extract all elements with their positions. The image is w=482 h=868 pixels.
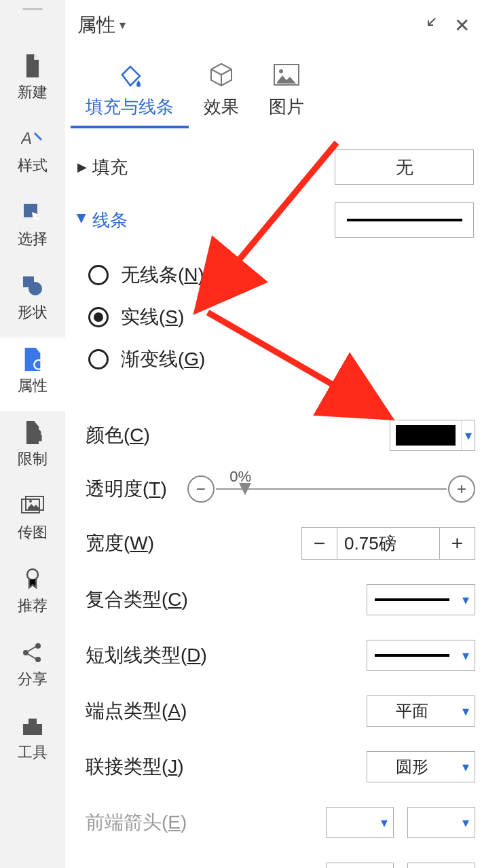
radio-icon [88,349,109,369]
tab-bar: 填充与线条 效果 图片 [65,58,482,129]
sidebar-label: 形状 [18,302,48,323]
line-sample-dropdown[interactable] [335,202,474,238]
sidebar-item-tools[interactable]: 工具 [0,704,65,778]
svg-point-3 [29,282,42,295]
panel-title-text: 属性 [77,12,115,38]
svg-text:A: A [21,129,32,147]
left-sidebar: 新建 A 样式 选择 形状 属性 限制 传图 [0,0,65,868]
svg-point-11 [35,643,41,649]
transparency-label: 透明度(T) [86,476,167,502]
caret-down-icon: ▾ [457,703,475,719]
radio-gradient-line[interactable]: 渐变线(G) [88,338,482,380]
sidebar-item-properties[interactable]: 属性 [0,338,65,411]
tab-label: 填充与线条 [86,95,174,119]
radio-solid-line[interactable]: 实线(S) [88,296,482,338]
prop-arrow-begin-row: 前端箭头(E) ▾ ▾ [86,795,475,850]
line-section-label: 线条 [92,209,128,232]
cube-icon [208,58,234,91]
dash-type-dropdown[interactable]: ▾ [367,640,475,671]
sidebar-label: 样式 [18,156,48,176]
sidebar-item-upload[interactable]: 传图 [0,484,65,558]
arrow-begin-size-dropdown[interactable]: ▾ [407,807,475,838]
sidebar-label: 新建 [18,82,48,103]
sidebar-item-shape[interactable]: 形状 [0,264,65,338]
close-icon[interactable]: ✕ [454,14,470,37]
line-sample-swatch [375,654,449,657]
sidebar-label: 工具 [18,742,48,763]
width-label: 宽度(W) [86,530,154,556]
arrow-end-size-dropdown[interactable]: ▾ [407,863,475,868]
prop-cap-row: 端点类型(A) 平面 ▾ [86,683,475,739]
sidebar-item-limit[interactable]: 限制 [0,411,65,484]
caret-down-icon: ▾ [457,647,475,664]
cap-label: 端点类型(A) [86,698,187,724]
stepper-decrease-button[interactable]: − [302,528,337,559]
sidebar-item-select[interactable]: 选择 [0,191,65,264]
tab-effects[interactable]: 效果 [189,58,254,128]
fill-value-dropdown[interactable]: 无 [335,149,474,185]
fill-section-toggle[interactable]: ▶ 填充 [77,156,128,179]
cap-type-dropdown[interactable]: 平面 ▾ [367,695,475,727]
fill-section-row: ▶ 填充 无 [65,129,482,185]
sidebar-label: 传图 [18,522,48,543]
caret-down-icon: ▾ [461,420,475,450]
sidebar-drag-handle[interactable] [22,8,43,10]
limit-icon [19,420,46,445]
fill-value-text: 无 [396,156,413,179]
prop-transparency-row: 透明度(T) − 0% + [86,463,475,515]
line-sample-swatch [347,219,462,221]
shape-icon [19,274,46,298]
radio-no-line[interactable]: 无线条(N) [88,254,482,296]
line-section-row: ▶ 线条 [65,185,482,238]
slider-decrease-button[interactable]: − [187,475,215,503]
select-icon [19,200,46,225]
svg-rect-13 [23,724,42,735]
radio-label: 无线条(N) [121,262,204,288]
svg-point-16 [279,69,283,73]
tab-label: 图片 [269,95,304,119]
arrow-begin-style-dropdown[interactable]: ▾ [326,807,394,838]
compound-type-dropdown[interactable]: ▾ [367,584,475,615]
arrow-end-style-dropdown[interactable]: ▾ [326,863,394,868]
new-file-icon [19,54,46,78]
sidebar-label: 属性 [18,376,48,396]
tab-fill-line[interactable]: 填充与线条 [71,58,189,128]
radio-label: 渐变线(G) [121,346,205,372]
panel-title-dropdown[interactable]: 属性 ▾ [77,12,126,38]
line-section-toggle[interactable]: ▶ 线条 [77,209,128,232]
sidebar-item-share[interactable]: 分享 [0,631,65,704]
color-label: 颜色(C) [86,422,150,448]
upload-image-icon [19,494,46,518]
join-label: 联接类型(J) [86,754,184,780]
triangle-down-icon: ▶ [75,214,90,223]
svg-rect-5 [34,435,41,441]
recommend-icon [19,567,46,592]
width-value[interactable]: 0.75磅 [337,528,439,559]
stepper-increase-button[interactable]: + [439,528,475,559]
color-picker[interactable]: ▾ [390,420,475,451]
caret-down-icon: ▾ [375,814,393,831]
caret-down-icon: ▾ [457,814,475,831]
tab-picture[interactable]: 图片 [254,58,319,128]
join-type-dropdown[interactable]: 圆形 ▾ [367,751,475,782]
slider-thumb-icon[interactable] [239,483,251,495]
sidebar-item-recommend[interactable]: 推荐 [0,558,65,631]
triangle-right-icon: ▶ [77,160,87,175]
style-icon: A [19,127,46,151]
color-swatch [396,425,456,446]
slider-increase-button[interactable]: + [448,475,475,503]
share-icon [19,640,46,665]
sidebar-item-new[interactable]: 新建 [0,44,65,117]
prop-join-row: 联接类型(J) 圆形 ▾ [86,739,475,795]
sidebar-item-style[interactable]: A 样式 [0,117,65,191]
prop-width-row: 宽度(W) − 0.75磅 + [86,515,475,572]
line-type-radio-group: 无线条(N) 实线(S) 渐变线(G) [65,238,482,380]
transparency-slider[interactable]: 0% [216,488,447,490]
prop-arrow-end-row: 末端箭头(N) ▾ ▾ [86,850,475,868]
caret-down-icon: ▾ [119,18,126,33]
line-sample-swatch [375,598,449,601]
svg-point-8 [29,500,32,503]
fill-bucket-icon [115,58,144,91]
radio-label: 实线(S) [121,304,184,330]
collapse-icon[interactable] [422,16,438,35]
